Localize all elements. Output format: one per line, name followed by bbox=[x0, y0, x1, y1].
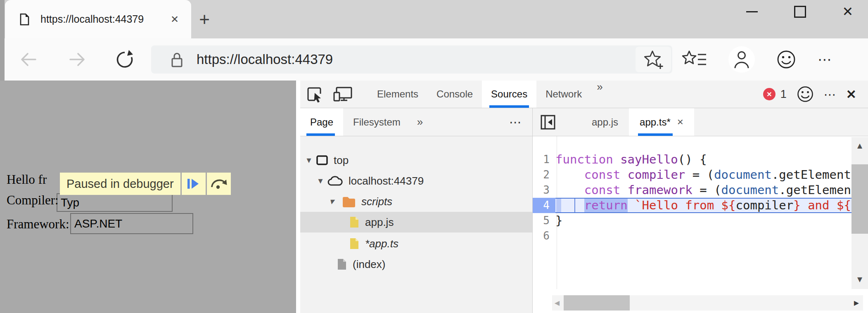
tab-network[interactable]: Network bbox=[536, 81, 591, 108]
window-minimize-button[interactable] bbox=[745, 5, 759, 19]
nav-more-chevron[interactable]: » bbox=[410, 116, 429, 128]
expand-arrow-icon[interactable]: ▾ bbox=[304, 155, 314, 166]
file-icon-yellow bbox=[349, 237, 360, 250]
inspect-element-icon[interactable] bbox=[305, 85, 323, 103]
tree-item-localhost[interactable]: ▾ localhost:44379 bbox=[300, 171, 532, 191]
resume-script-button[interactable] bbox=[182, 173, 206, 195]
code-line-5[interactable]: 5 } bbox=[533, 213, 851, 228]
tree-label: app.js bbox=[365, 216, 394, 229]
vertical-scroll-thumb[interactable] bbox=[851, 164, 868, 234]
add-favorite-button[interactable] bbox=[636, 47, 671, 72]
horizontal-scroll-thumb[interactable] bbox=[564, 295, 630, 311]
line-number[interactable]: 5 bbox=[533, 213, 555, 228]
window-maximize-button[interactable] bbox=[793, 5, 807, 19]
scroll-down-arrow[interactable]: ▼ bbox=[851, 274, 868, 284]
framework-input[interactable] bbox=[70, 213, 193, 234]
line-number[interactable]: 3 bbox=[533, 183, 555, 198]
devtools-panel: Elements Console Sources Network » ✕ 1 ⋯… bbox=[300, 81, 868, 313]
expand-arrow-icon[interactable]: ▾ bbox=[326, 196, 337, 207]
scroll-up-arrow[interactable]: ▲ bbox=[851, 140, 868, 150]
close-icon: ✕ bbox=[842, 5, 854, 18]
code-line-6[interactable]: 6 bbox=[533, 228, 851, 244]
frame-icon bbox=[316, 155, 328, 166]
forward-button[interactable] bbox=[67, 50, 88, 69]
resume-icon bbox=[186, 178, 201, 190]
devtools-tabs: Elements Console Sources Network » bbox=[368, 81, 609, 108]
devtools-more-options[interactable]: ⋯ bbox=[824, 87, 836, 102]
line-number[interactable]: 2 bbox=[533, 167, 555, 183]
more-tabs-chevron[interactable]: » bbox=[591, 81, 608, 108]
scroll-right-arrow[interactable]: ▶ bbox=[854, 295, 859, 311]
code-editor[interactable]: 1 function sayHello() { 2 const compiler… bbox=[533, 136, 868, 313]
refresh-button[interactable] bbox=[114, 49, 135, 70]
paused-banner-label: Paused in debugger bbox=[60, 173, 180, 195]
tree-item-index[interactable]: (index) bbox=[300, 254, 532, 275]
tree-label: *app.ts bbox=[365, 237, 398, 250]
error-count[interactable]: 1 bbox=[780, 88, 787, 101]
toggle-sidebar-icon[interactable] bbox=[540, 114, 556, 130]
tree-item-scripts[interactable]: ▾ scripts bbox=[300, 191, 532, 212]
vertical-scrollbar[interactable]: ▲ ▼ bbox=[851, 137, 868, 289]
window-edge bbox=[0, 0, 5, 81]
code-line-2[interactable]: 2 const compiler = (document.getElementB bbox=[533, 167, 851, 183]
window-controls: ✕ bbox=[745, 3, 855, 20]
device-emulation-icon[interactable] bbox=[332, 85, 353, 103]
sources-file-tree: ▾ top ▾ localhost:44379 ▾ scripts app.js bbox=[300, 136, 533, 313]
devtools-feedback-icon[interactable] bbox=[797, 85, 814, 103]
url-text[interactable]: https://localhost:44379 bbox=[197, 52, 636, 67]
new-tab-button[interactable]: + bbox=[193, 9, 216, 30]
devtools-close-button[interactable]: ✕ bbox=[846, 87, 856, 102]
file-icon-gray bbox=[337, 258, 347, 271]
window-close-button[interactable]: ✕ bbox=[841, 5, 855, 19]
tree-label: (index) bbox=[353, 258, 385, 271]
tree-label: scripts bbox=[361, 195, 392, 208]
sources-navigator-bar: Page Filesystem » ⋯ bbox=[300, 108, 533, 136]
error-badge-icon[interactable]: ✕ bbox=[763, 88, 776, 100]
nav-tab-page[interactable]: Page bbox=[300, 108, 343, 136]
compiler-input[interactable] bbox=[57, 193, 173, 212]
compiler-label: Compiler: bbox=[7, 193, 59, 208]
file-icon-yellow bbox=[349, 216, 360, 229]
line-number[interactable]: 1 bbox=[533, 152, 555, 167]
settings-more-button[interactable]: ⋯ bbox=[818, 51, 833, 68]
page-doc-icon bbox=[19, 13, 30, 26]
toolbar-right-icons: ⋯ bbox=[681, 38, 833, 81]
line-number[interactable]: 6 bbox=[533, 228, 555, 244]
page-devtools-divider[interactable] bbox=[296, 81, 300, 313]
code-line-3[interactable]: 3 const framework = (document.getElement bbox=[533, 183, 851, 198]
tab-console[interactable]: Console bbox=[427, 81, 482, 108]
tab-elements[interactable]: Elements bbox=[368, 81, 427, 108]
paused-statement-token: return bbox=[584, 198, 628, 212]
nav-overflow-menu[interactable]: ⋯ bbox=[509, 115, 532, 129]
editor-tab-close-icon[interactable]: × bbox=[677, 116, 683, 128]
tree-item-top[interactable]: ▾ top bbox=[300, 150, 532, 171]
profile-button[interactable] bbox=[728, 46, 755, 73]
code-line-1[interactable]: 1 function sayHello() { bbox=[533, 152, 851, 167]
tab-sources[interactable]: Sources bbox=[482, 81, 536, 108]
tab-close-button[interactable]: ✕ bbox=[167, 12, 182, 27]
back-button[interactable] bbox=[17, 50, 39, 69]
horizontal-scrollbar[interactable]: ◀ ▶ bbox=[552, 295, 863, 311]
code-line-4-paused[interactable]: 4 return `Hello from ${compiler} and ${f bbox=[533, 198, 851, 213]
paused-in-debugger-banner: Paused in debugger bbox=[60, 173, 231, 195]
folder-icon bbox=[342, 196, 356, 207]
browser-tab[interactable]: https://localhost:44379 ✕ bbox=[5, 0, 191, 38]
scroll-left-arrow[interactable]: ◀ bbox=[555, 295, 560, 311]
expand-arrow-icon[interactable]: ▾ bbox=[315, 175, 326, 186]
feedback-smiley-icon[interactable] bbox=[776, 50, 796, 69]
devtools-toolbar: Elements Console Sources Network » ✕ 1 ⋯… bbox=[300, 81, 868, 108]
tree-item-appjs[interactable]: app.js bbox=[300, 212, 532, 232]
tree-item-appts[interactable]: *app.ts bbox=[300, 233, 532, 254]
nav-tab-filesystem[interactable]: Filesystem bbox=[343, 108, 410, 136]
tree-label: top bbox=[334, 154, 349, 167]
step-over-button[interactable] bbox=[207, 173, 231, 195]
maximize-icon bbox=[794, 6, 806, 18]
line-number-paused[interactable]: 4 bbox=[533, 198, 555, 213]
hub-favorites-icon[interactable] bbox=[681, 49, 707, 70]
address-bar[interactable]: https://localhost:44379 bbox=[151, 45, 672, 74]
person-icon bbox=[733, 50, 750, 69]
minimize-icon bbox=[746, 11, 758, 12]
editor-tab-appjs[interactable]: app.js bbox=[581, 108, 629, 136]
tree-label: localhost:44379 bbox=[349, 175, 424, 187]
editor-tab-appts[interactable]: app.ts* × bbox=[629, 108, 694, 136]
